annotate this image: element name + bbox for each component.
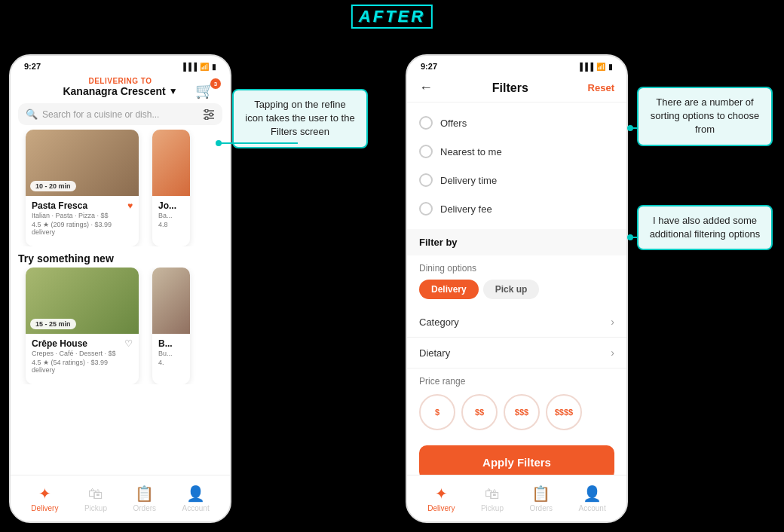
- dining-label: Dining options: [419, 263, 614, 274]
- filters-title: Filters: [492, 81, 528, 95]
- food-info-pasta: Pasta Fresca ♥ Italian · Pasta · Pizza ·…: [26, 196, 139, 240]
- food-image-crepe: 15 - 25 min: [26, 268, 139, 334]
- food-card-pasta[interactable]: 10 - 20 min Pasta Fresca ♥ Italian · Pas…: [26, 130, 139, 246]
- food-info-crepe: Crêpe House ♡ Crepes · Café · Dessert · …: [26, 334, 139, 378]
- status-bar-right: 9:27 ▐▐▐ 📶 ▮: [407, 56, 626, 74]
- sort-options: Offers Nearest to me Delivery time Deliv…: [407, 102, 626, 229]
- food-scroll-2: 15 - 25 min Crêpe House ♡ Crepes · Café …: [11, 268, 230, 384]
- label-delivery-time: Delivery time: [440, 175, 497, 186]
- price-2-btn[interactable]: $$: [461, 394, 498, 430]
- price-options: $ $$ $$$ $$$$: [419, 394, 614, 430]
- left-phone: 9:27 ▐▐▐ 📶 ▮ DELIVERING TO Kananagra Cre…: [9, 54, 231, 523]
- svg-point-3: [205, 109, 208, 112]
- filter-by-section: Filter by: [407, 229, 626, 255]
- price-label: Price range: [419, 376, 614, 387]
- food-type-partial: Ba...: [158, 212, 184, 219]
- label-offers: Offers: [440, 118, 467, 129]
- bottom-nav-left: ✦ Delivery 🛍 Pickup 📋 Orders 👤 Account: [11, 475, 230, 521]
- nav-delivery-left[interactable]: ✦ Delivery: [31, 485, 58, 512]
- option-offers[interactable]: Offers: [407, 109, 626, 137]
- svg-point-5: [205, 117, 208, 120]
- time-left: 9:27: [24, 62, 41, 71]
- account-icon-right: 👤: [583, 485, 602, 503]
- nav-account-right[interactable]: 👤 Account: [579, 485, 606, 512]
- price-1-btn[interactable]: $: [419, 394, 455, 430]
- annotation-bottom-right: I have also added some additional filter…: [637, 205, 773, 250]
- section-title: Try something new: [11, 246, 230, 268]
- nav-pickup-right[interactable]: 🛍 Pickup: [481, 485, 504, 512]
- food-name-partial: Jo...: [158, 200, 184, 211]
- option-delivery-time[interactable]: Delivery time: [407, 166, 626, 194]
- food-info-partial: Jo... Ba... 4.8: [152, 196, 190, 233]
- filter-refine-button[interactable]: [203, 109, 215, 120]
- nav-orders-right[interactable]: 📋 Orders: [529, 485, 553, 512]
- status-icons-right: ▐▐▐ 📶 ▮: [577, 63, 613, 71]
- dietary-row[interactable]: Dietary ›: [407, 338, 626, 368]
- location-text: Kananagra Crescent: [63, 85, 165, 97]
- dietary-label: Dietary: [419, 347, 450, 359]
- status-icons-left: ▐▐▐ 📶 ▮: [181, 63, 216, 71]
- food-rating-partial-2: 4.: [158, 359, 184, 366]
- food-type-pasta: Italian · Pasta · Pizza · $$: [32, 212, 133, 219]
- radio-offers: [419, 116, 433, 130]
- pickup-icon: 🛍: [88, 485, 103, 503]
- cart-button[interactable]: 🛒 3: [195, 81, 218, 104]
- nav-orders-left[interactable]: 📋 Orders: [133, 485, 156, 512]
- account-icon-left: 👤: [186, 485, 205, 503]
- time-right: 9:27: [421, 62, 437, 71]
- nav-account-label-right: Account: [579, 504, 606, 512]
- search-icon: 🔍: [26, 109, 38, 120]
- food-scroll: 10 - 20 min Pasta Fresca ♥ Italian · Pas…: [11, 130, 230, 246]
- option-nearest[interactable]: Nearest to me: [407, 137, 626, 166]
- back-button[interactable]: ←: [419, 80, 433, 96]
- food-name-partial-2: B...: [158, 338, 184, 349]
- radio-delivery-time: [419, 173, 433, 187]
- nav-pickup-label-r: Pickup: [481, 504, 504, 512]
- option-delivery-fee[interactable]: Delivery fee: [407, 194, 626, 223]
- food-card-partial-2: B... Bu... 4.: [152, 268, 190, 384]
- signal-icon-r: ▐▐▐: [577, 63, 593, 71]
- category-row[interactable]: Category ›: [407, 307, 626, 338]
- food-type-partial-2: Bu...: [158, 350, 184, 357]
- nav-pickup-left[interactable]: 🛍 Pickup: [84, 485, 107, 512]
- orders-icon: 📋: [135, 485, 154, 503]
- dining-section: Dining options Delivery Pick up: [407, 255, 626, 307]
- nav-orders-label: Orders: [133, 504, 156, 512]
- food-info-partial-2: B... Bu... 4.: [152, 334, 190, 371]
- price-section: Price range $ $$ $$$ $$$$: [407, 368, 626, 438]
- food-type-crepe: Crepes · Café · Dessert · $$: [32, 350, 133, 357]
- pickup-btn[interactable]: Pick up: [483, 280, 540, 299]
- radio-nearest: [419, 145, 433, 158]
- food-card-crepe[interactable]: 15 - 25 min Crêpe House ♡ Crepes · Café …: [26, 268, 139, 384]
- price-3-btn[interactable]: $$$: [504, 394, 540, 430]
- battery-icon-r: ▮: [608, 63, 613, 71]
- nav-account-left[interactable]: 👤 Account: [182, 485, 210, 512]
- time-badge-crepe: 15 - 25 min: [30, 319, 76, 329]
- reset-button[interactable]: Reset: [588, 82, 614, 93]
- nav-pickup-label: Pickup: [84, 504, 107, 512]
- dining-options: Delivery Pick up: [419, 280, 614, 299]
- annotation-top-right: There are a number of sorting options to…: [637, 87, 773, 146]
- price-4-btn[interactable]: $$$$: [546, 394, 582, 430]
- heart-icon-pasta: ♥: [127, 200, 133, 211]
- food-image-pasta: 10 - 20 min: [26, 130, 139, 196]
- signal-icon: ▐▐▐: [181, 63, 197, 71]
- food-card-partial: Jo... Ba... 4.8: [152, 130, 190, 246]
- food-image-partial-2: [152, 268, 190, 334]
- delivery-btn[interactable]: Delivery: [419, 280, 479, 299]
- cart-badge: 3: [210, 78, 221, 89]
- category-label: Category: [419, 316, 459, 328]
- wifi-icon-r: 📶: [596, 63, 605, 71]
- svg-point-11: [627, 234, 633, 240]
- category-chevron-icon: ›: [611, 316, 614, 328]
- bottom-nav-right: ✦ Delivery 🛍 Pickup 📋 Orders 👤 Account: [407, 475, 626, 521]
- orders-icon-r: 📋: [531, 485, 550, 503]
- page-title: AFTER: [351, 5, 433, 29]
- food-image-partial: [152, 130, 190, 196]
- label-nearest: Nearest to me: [440, 146, 502, 157]
- dietary-chevron-icon: ›: [611, 347, 614, 359]
- search-bar[interactable]: 🔍 Search for a cuisine or dish...: [18, 103, 222, 125]
- nav-delivery-right[interactable]: ✦ Delivery: [427, 485, 455, 512]
- chevron-down-icon: ▼: [169, 86, 178, 96]
- search-placeholder: Search for a cuisine or dish...: [42, 109, 198, 120]
